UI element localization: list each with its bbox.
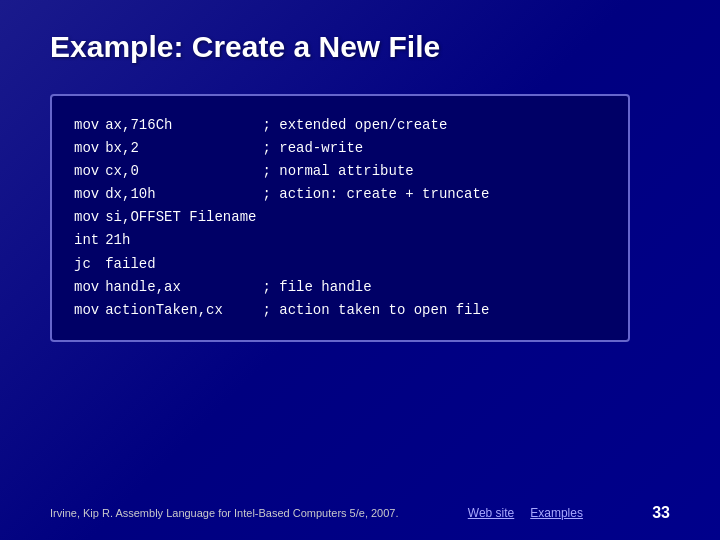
- code-instruction: mov: [74, 114, 105, 137]
- table-row: movhandle,ax; file handle: [74, 276, 495, 299]
- page-number: 33: [652, 504, 670, 522]
- slide-title: Example: Create a New File: [50, 30, 670, 64]
- table-row: movbx,2; read-write: [74, 137, 495, 160]
- website-link[interactable]: Web site: [468, 506, 514, 520]
- footer-links: Web site Examples: [468, 506, 583, 520]
- code-table: movax,716Ch; extended open/createmovbx,2…: [74, 114, 495, 322]
- footer: Irvine, Kip R. Assembly Language for Int…: [50, 504, 670, 522]
- code-instruction: mov: [74, 206, 105, 229]
- code-instruction: mov: [74, 137, 105, 160]
- code-instruction: mov: [74, 299, 105, 322]
- code-comment: [262, 229, 495, 252]
- table-row: movcx,0; normal attribute: [74, 160, 495, 183]
- slide: Example: Create a New File movax,716Ch; …: [0, 0, 720, 540]
- code-operand: si,OFFSET Filename: [105, 206, 262, 229]
- code-operand: failed: [105, 253, 262, 276]
- code-instruction: jc: [74, 253, 105, 276]
- code-comment: ; read-write: [262, 137, 495, 160]
- code-instruction: mov: [74, 183, 105, 206]
- code-instruction: mov: [74, 276, 105, 299]
- code-instruction: mov: [74, 160, 105, 183]
- table-row: movdx,10h; action: create + truncate: [74, 183, 495, 206]
- code-comment: ; file handle: [262, 276, 495, 299]
- code-comment: ; action taken to open file: [262, 299, 495, 322]
- code-operand: 21h: [105, 229, 262, 252]
- footer-credit: Irvine, Kip R. Assembly Language for Int…: [50, 507, 399, 519]
- table-row: jcfailed: [74, 253, 495, 276]
- code-comment: ; action: create + truncate: [262, 183, 495, 206]
- code-operand: actionTaken,cx: [105, 299, 262, 322]
- code-comment: [262, 253, 495, 276]
- code-comment: ; extended open/create: [262, 114, 495, 137]
- table-row: movax,716Ch; extended open/create: [74, 114, 495, 137]
- code-instruction: int: [74, 229, 105, 252]
- code-operand: cx,0: [105, 160, 262, 183]
- table-row: movsi,OFFSET Filename: [74, 206, 495, 229]
- code-operand: bx,2: [105, 137, 262, 160]
- code-operand: handle,ax: [105, 276, 262, 299]
- table-row: int21h: [74, 229, 495, 252]
- code-operand: ax,716Ch: [105, 114, 262, 137]
- code-comment: [262, 206, 495, 229]
- code-operand: dx,10h: [105, 183, 262, 206]
- code-box: movax,716Ch; extended open/createmovbx,2…: [50, 94, 630, 342]
- examples-link[interactable]: Examples: [530, 506, 583, 520]
- code-comment: ; normal attribute: [262, 160, 495, 183]
- table-row: movactionTaken,cx; action taken to open …: [74, 299, 495, 322]
